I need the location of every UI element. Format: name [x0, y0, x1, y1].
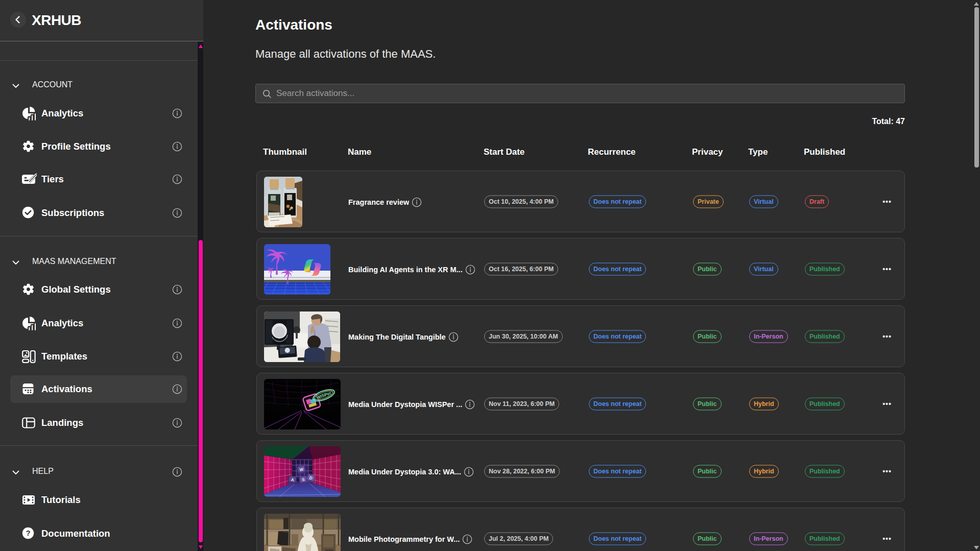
- svg-text:?: ?: [26, 529, 30, 537]
